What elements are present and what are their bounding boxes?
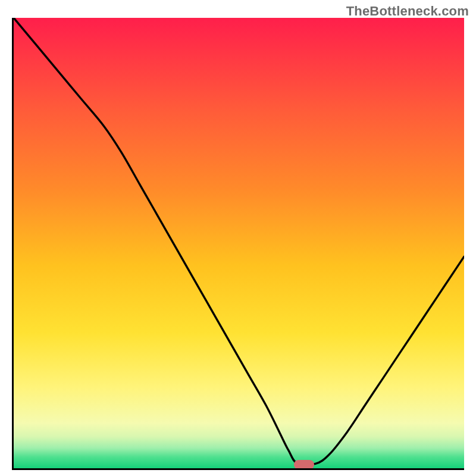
chart-frame: TheBottleneck.com bbox=[0, 0, 476, 476]
optimal-marker bbox=[294, 460, 314, 469]
svg-rect-0 bbox=[14, 18, 464, 468]
background-gradient bbox=[14, 18, 464, 468]
watermark-text: TheBottleneck.com bbox=[346, 4, 469, 19]
plot-area bbox=[12, 18, 464, 470]
